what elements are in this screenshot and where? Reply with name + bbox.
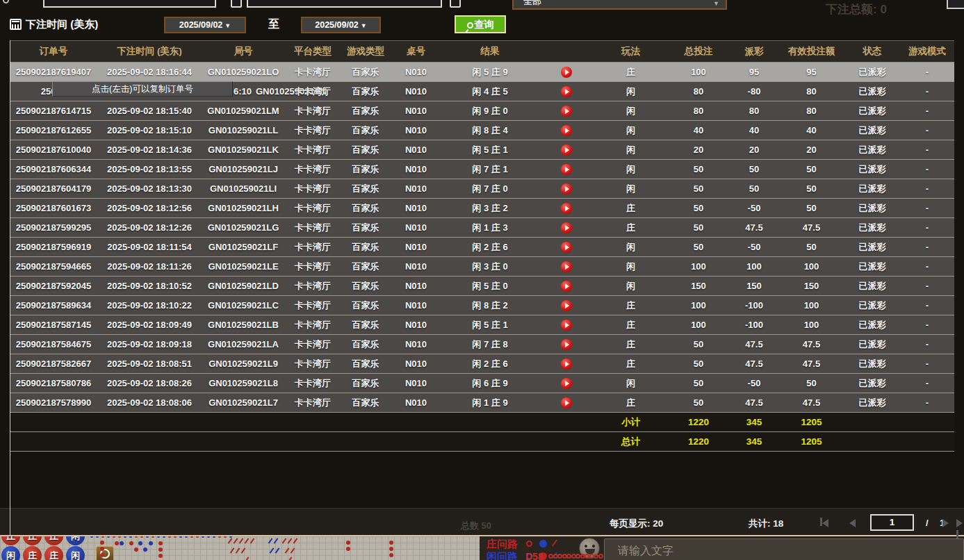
cell-play[interactable]	[539, 277, 594, 296]
cell-play[interactable]	[539, 199, 594, 218]
cell-order[interactable]: 250902187610040	[10, 140, 97, 160]
cell-play[interactable]	[539, 63, 594, 82]
table-row[interactable]: 2509021876126552025-09-02 18:15:10GN0102…	[10, 121, 954, 140]
cell-order[interactable]: 250902187614715	[10, 101, 97, 121]
table-row[interactable]: 2509021875969192025-09-02 18:11:54GN0102…	[10, 238, 954, 257]
filter-input-1[interactable]	[43, 0, 216, 8]
play-video-icon[interactable]	[561, 145, 572, 156]
cell-play[interactable]	[539, 257, 594, 277]
table-row[interactable]: 2509021875846752025-09-02 18:09:18GN0102…	[10, 335, 954, 354]
cell-play[interactable]	[539, 315, 594, 335]
play-video-icon[interactable]	[561, 300, 572, 311]
cell-order[interactable]: 250902187604179	[10, 179, 97, 199]
cell-time: 2025-09-02 18:14:36	[97, 140, 202, 160]
road-mark	[202, 535, 204, 538]
play-video-icon[interactable]	[561, 339, 572, 350]
first-page-button[interactable]	[820, 518, 828, 527]
play-video-icon[interactable]	[561, 242, 572, 253]
table-row[interactable]: 2509021875992952025-09-02 18:12:26GN0102…	[10, 218, 954, 238]
table-row[interactable]: 2509021875789902025-09-02 18:08:06GN0102…	[10, 393, 954, 413]
prev-page-button[interactable]	[849, 518, 856, 527]
cell-play[interactable]	[539, 121, 594, 140]
cell-playtype: 闲	[594, 179, 667, 199]
cell-order[interactable]: 250902187606344	[10, 160, 97, 179]
cell-round: GN010259021LO	[202, 63, 285, 82]
cell-order[interactable]: 250902187584675	[10, 335, 97, 354]
table-row[interactable]: 2509021876100402025-09-02 18:14:36GN0102…	[10, 140, 954, 160]
cell-order[interactable]: 250902187589634	[10, 296, 97, 315]
cell-play[interactable]	[539, 101, 594, 121]
table-row[interactable]: 2509021875826672025-09-02 18:08:51GN0102…	[10, 354, 954, 374]
play-video-icon[interactable]	[561, 67, 572, 78]
play-video-icon[interactable]	[561, 320, 572, 331]
cell-order[interactable]: 250902187596919	[10, 238, 97, 257]
next-page-button[interactable]	[942, 518, 949, 527]
play-video-icon[interactable]	[561, 359, 572, 370]
cell-play[interactable]	[539, 140, 594, 160]
cell-play[interactable]	[539, 393, 594, 413]
table-row[interactable]: 2509021876016732025-09-02 18:12:56GN0102…	[10, 199, 954, 218]
cell-payout: 50	[730, 179, 778, 199]
chat-input[interactable]: 请输入文字	[604, 538, 964, 560]
cell-order[interactable]: 250902187578990	[10, 393, 97, 413]
date-to-select[interactable]: 2025/09/02▼	[301, 17, 381, 33]
filter-input-2[interactable]	[247, 0, 442, 8]
cell-table: N010	[391, 335, 441, 354]
cell-play[interactable]	[539, 354, 594, 374]
play-video-icon[interactable]	[561, 125, 572, 136]
cell-order[interactable]: 250902187580786	[10, 374, 97, 393]
table-row[interactable]: 2509021876063442025-09-02 18:13:55GN0102…	[10, 160, 954, 179]
cell-play[interactable]	[539, 82, 594, 101]
copy-icon[interactable]	[450, 0, 461, 8]
cell-play[interactable]	[539, 238, 594, 257]
play-video-icon[interactable]	[561, 281, 572, 292]
cell-order[interactable]: 250902187612655	[10, 121, 97, 140]
query-button[interactable]: 查询	[455, 15, 506, 33]
cell-play[interactable]	[539, 218, 594, 238]
date-from-select[interactable]: 2025/09/02▼	[164, 17, 246, 33]
cell-order[interactable]: 250902187599295	[10, 218, 97, 238]
cell-status: 已派彩	[844, 315, 900, 335]
play-video-icon[interactable]	[561, 378, 572, 389]
play-video-icon[interactable]	[561, 164, 572, 175]
cell-order[interactable]: 250902187592045	[10, 277, 97, 296]
cell-play[interactable]	[539, 335, 594, 354]
cell-play[interactable]	[539, 179, 594, 199]
copy-icon[interactable]	[231, 0, 242, 8]
calendar-icon	[10, 19, 22, 30]
road-mark	[113, 535, 115, 538]
cell-play[interactable]	[539, 160, 594, 179]
play-video-icon[interactable]	[561, 261, 572, 272]
table-row[interactable]: 2509021876194072025-09-02 18:16:44GN0102…	[10, 63, 954, 82]
cell-order[interactable]: 250902187594665	[10, 257, 97, 277]
play-video-icon[interactable]	[561, 106, 572, 117]
cell-payout: -50	[730, 199, 778, 218]
cell-valid: 47.5	[778, 218, 844, 238]
hall-select[interactable]: 全部 ▼	[512, 0, 727, 10]
play-video-icon[interactable]	[561, 183, 572, 195]
table-row[interactable]: 2509021875871452025-09-02 18:09:49GN0102…	[10, 315, 954, 335]
cell-play[interactable]	[539, 374, 594, 393]
table-row[interactable]: 2509021875896342025-09-02 18:10:22GN0102…	[10, 296, 954, 315]
cell-play[interactable]	[539, 296, 594, 315]
cell-order[interactable]: 250902187619407	[10, 63, 97, 82]
play-video-icon[interactable]	[561, 86, 572, 97]
cell-payout: 47.5	[730, 354, 778, 374]
cell-total: 50	[667, 179, 730, 199]
play-video-icon[interactable]	[561, 397, 572, 409]
cell-platform: 卡卡湾厅	[285, 238, 341, 257]
play-video-icon[interactable]	[561, 222, 572, 233]
cell-status: 已派彩	[844, 140, 900, 160]
play-video-icon[interactable]	[561, 203, 572, 214]
table-row[interactable]: 2509021876041792025-09-02 18:13:30GN0102…	[10, 179, 954, 199]
table-row[interactable]: 2509021875920452025-09-02 18:10:52GN0102…	[10, 277, 954, 296]
cell-order[interactable]: 250902187582667	[10, 354, 97, 374]
table-row[interactable]: 2509021876147152025-09-02 18:15:40GN0102…	[10, 101, 954, 121]
last-page-button[interactable]	[956, 518, 964, 527]
cell-order[interactable]: 250902187587145	[10, 315, 97, 335]
page-number-input[interactable]: 1	[870, 514, 914, 531]
table-row[interactable]: 2509021875807862025-09-02 18:08:26GN0102…	[10, 374, 954, 393]
column-header: 局号	[202, 41, 285, 63]
table-row[interactable]: 2509021875946652025-09-02 18:11:26GN0102…	[10, 257, 954, 277]
cell-order[interactable]: 250902187601673	[10, 199, 97, 218]
